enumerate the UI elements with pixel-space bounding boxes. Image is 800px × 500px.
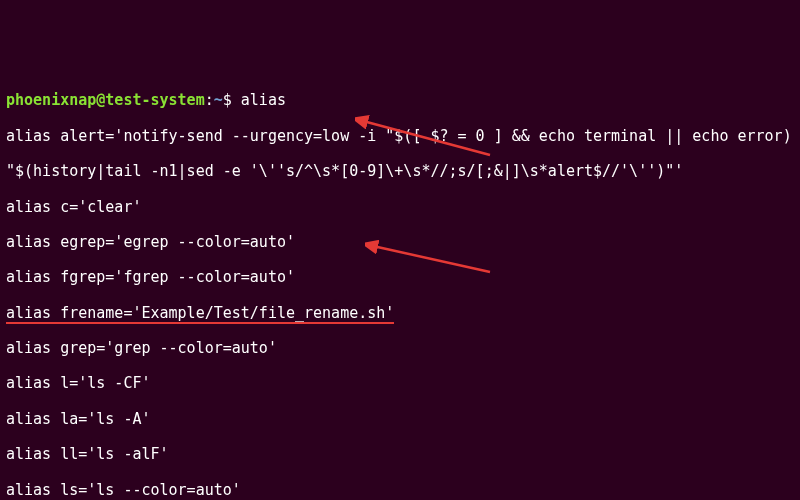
output-alert-line1: alias alert='notify-send --urgency=low -… — [6, 128, 794, 146]
prompt-dollar: $ — [223, 91, 241, 109]
command-alias-1: alias — [241, 91, 286, 109]
prompt-path: ~ — [214, 91, 223, 109]
output-la: alias la='ls -A' — [6, 411, 794, 429]
output-frename: alias frename='Example/Test/file_rename.… — [6, 305, 794, 323]
prompt-user: phoenixnap — [6, 91, 96, 109]
prompt-at: @ — [96, 91, 105, 109]
output-ll: alias ll='ls -alF' — [6, 446, 794, 464]
highlight-frename-alias: alias frename='Example/Test/file_rename.… — [6, 304, 394, 324]
prompt-colon: : — [205, 91, 214, 109]
prompt-line-1: phoenixnap@test-system:~$ alias — [6, 92, 794, 110]
output-grep: alias grep='grep --color=auto' — [6, 340, 794, 358]
output-alert-line2: "$(history|tail -n1|sed -e '\''s/^\s*[0-… — [6, 163, 794, 181]
output-l: alias l='ls -CF' — [6, 375, 794, 393]
output-egrep: alias egrep='egrep --color=auto' — [6, 234, 794, 252]
prompt-host: test-system — [105, 91, 204, 109]
output-c: alias c='clear' — [6, 199, 794, 217]
output-fgrep: alias fgrep='fgrep --color=auto' — [6, 269, 794, 287]
terminal[interactable]: phoenixnap@test-system:~$ alias alias al… — [6, 75, 794, 500]
output-ls: alias ls='ls --color=auto' — [6, 482, 794, 500]
